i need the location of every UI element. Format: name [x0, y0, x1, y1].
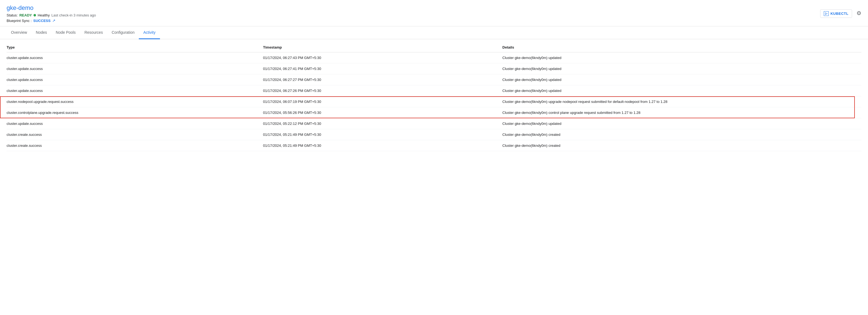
table-header-row: Type Timestamp Details	[7, 41, 861, 53]
cell-details: Cluster gke-demo(6kndy0m) updated	[502, 74, 861, 85]
cell-type: cluster.nodepool.upgrade.request.success	[7, 96, 263, 107]
status-label: Status:	[7, 13, 18, 17]
cell-timestamp: 01/17/2024, 06:27:27 PM GMT+5:30	[263, 74, 502, 85]
cell-details: Cluster gke-demo(6kndy0m) updated	[502, 118, 861, 129]
col-header-details: Details	[502, 41, 861, 53]
tabs-bar: Overview Nodes Node Pools Resources Conf…	[0, 26, 868, 39]
cell-type: cluster.update.success	[7, 53, 263, 63]
cell-timestamp: 01/17/2024, 05:56:26 PM GMT+5:30	[263, 107, 502, 118]
table-row: cluster.controlplane.upgrade.request.suc…	[7, 107, 861, 118]
health-label: Healthy	[38, 13, 50, 17]
cell-timestamp: 01/17/2024, 06:27:43 PM GMT+5:30	[263, 53, 502, 63]
cell-type: cluster.update.success	[7, 63, 263, 74]
header-meta: Status: READY Healthy Last check-in 3 mi…	[7, 13, 96, 23]
header-right: ▷ KUBECTL ⚙	[820, 9, 861, 18]
status-row: Status: READY Healthy Last check-in 3 mi…	[7, 13, 96, 17]
cell-details: Cluster gke-demo(6kndy0m) control plane …	[502, 107, 861, 118]
table-row: cluster.update.success01/17/2024, 05:22:…	[7, 118, 861, 129]
col-header-timestamp: Timestamp	[263, 41, 502, 53]
status-value: READY	[19, 13, 32, 17]
cell-details: Cluster gke-demo(6kndy0m) updated	[502, 85, 861, 96]
cell-type: cluster.controlplane.upgrade.request.suc…	[7, 107, 263, 118]
kubectl-icon: ▷	[824, 11, 829, 16]
tab-nodes[interactable]: Nodes	[31, 26, 51, 39]
cell-timestamp: 01/17/2024, 05:22:12 PM GMT+5:30	[263, 118, 502, 129]
cell-type: cluster.update.success	[7, 85, 263, 96]
table-row: cluster.update.success01/17/2024, 06:27:…	[7, 74, 861, 85]
cell-type: cluster.create.success	[7, 140, 263, 151]
cell-type: cluster.update.success	[7, 74, 263, 85]
checkin-text: Last check-in 3 minutes ago	[52, 13, 96, 17]
blueprint-row: Blueprint Sync : SUCCESS ↗	[7, 19, 96, 23]
page-header: gke-demo Status: READY Healthy Last chec…	[0, 0, 868, 26]
table-row: cluster.nodepool.upgrade.request.success…	[7, 96, 861, 107]
activity-table: Type Timestamp Details cluster.update.su…	[7, 41, 861, 151]
table-row: cluster.create.success01/17/2024, 05:21:…	[7, 129, 861, 140]
cell-timestamp: 01/17/2024, 06:27:26 PM GMT+5:30	[263, 85, 502, 96]
tab-resources[interactable]: Resources	[80, 26, 107, 39]
cell-timestamp: 01/17/2024, 05:21:49 PM GMT+5:30	[263, 140, 502, 151]
table-row: cluster.update.success01/17/2024, 06:27:…	[7, 53, 861, 63]
cell-details: Cluster gke-demo(6kndy0m) created	[502, 129, 861, 140]
cell-details: Cluster gke-demo(6kndy0m) updated	[502, 53, 861, 63]
cell-timestamp: 01/17/2024, 06:27:41 PM GMT+5:30	[263, 63, 502, 74]
tab-node-pools[interactable]: Node Pools	[52, 26, 80, 39]
tab-overview[interactable]: Overview	[7, 26, 31, 39]
col-header-type: Type	[7, 41, 263, 53]
kubectl-button[interactable]: ▷ KUBECTL	[820, 9, 852, 18]
cell-details: Cluster gke-demo(6kndy0m) created	[502, 140, 861, 151]
table-row: cluster.create.success01/17/2024, 05:21:…	[7, 140, 861, 151]
cell-type: cluster.update.success	[7, 118, 263, 129]
blueprint-label: Blueprint Sync :	[7, 19, 32, 23]
tab-configuration[interactable]: Configuration	[107, 26, 139, 39]
kubectl-label: KUBECTL	[830, 11, 848, 15]
external-link-icon[interactable]: ↗	[52, 19, 56, 23]
cell-timestamp: 01/17/2024, 06:07:19 PM GMT+5:30	[263, 96, 502, 107]
table-row: cluster.update.success01/17/2024, 06:27:…	[7, 63, 861, 74]
cell-timestamp: 01/17/2024, 05:21:49 PM GMT+5:30	[263, 129, 502, 140]
gear-icon[interactable]: ⚙	[857, 10, 861, 16]
table-row: cluster.update.success01/17/2024, 06:27:…	[7, 85, 861, 96]
page-title: gke-demo	[7, 4, 34, 11]
tab-activity[interactable]: Activity	[139, 26, 160, 39]
activity-table-container: Type Timestamp Details cluster.update.su…	[0, 41, 868, 151]
cell-details: Cluster gke-demo(6kndy0m) updated	[502, 63, 861, 74]
cell-type: cluster.create.success	[7, 129, 263, 140]
health-dot	[34, 14, 36, 16]
blueprint-value[interactable]: SUCCESS	[33, 19, 51, 23]
cell-details: Cluster gke-demo(6kndy0m) upgrade nodepo…	[502, 96, 861, 107]
